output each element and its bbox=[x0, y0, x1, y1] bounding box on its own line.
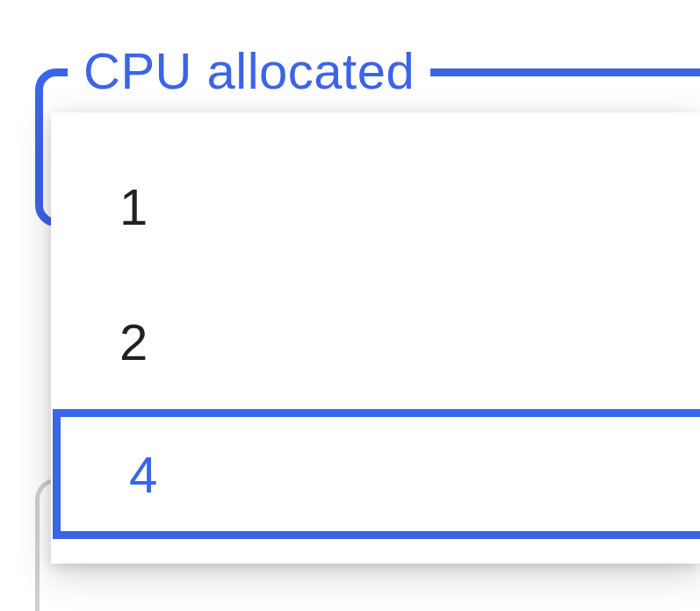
dropdown-option-4[interactable]: 4 bbox=[53, 409, 700, 539]
dropdown-option-1[interactable]: 1 bbox=[51, 139, 700, 274]
dropdown-option-2[interactable]: 2 bbox=[51, 274, 700, 409]
field-label: CPU allocated bbox=[68, 41, 430, 100]
cpu-dropdown-panel: 1 2 4 bbox=[51, 112, 700, 564]
